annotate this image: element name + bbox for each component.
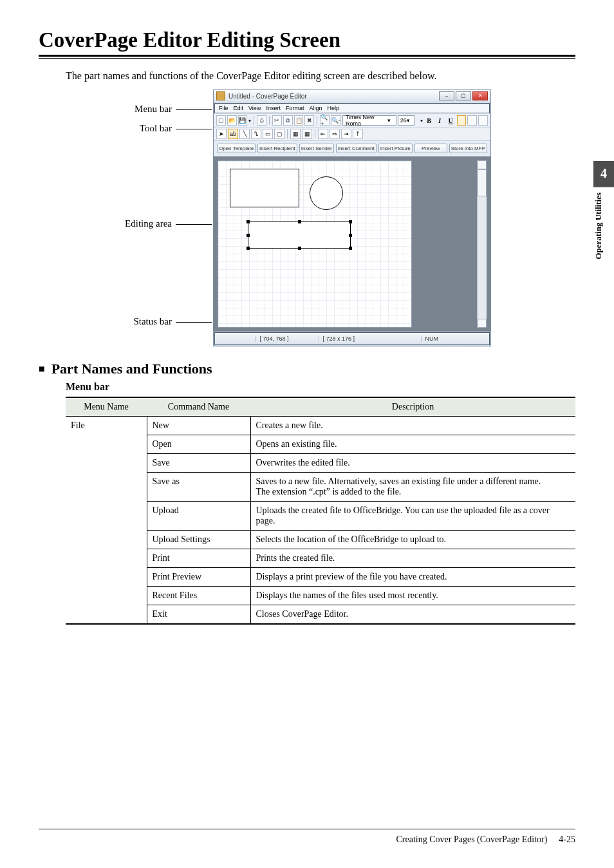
page-footer: Creating Cover Pages (CoverPage Editor) … bbox=[39, 829, 575, 845]
label-menu-bar: Menu bar bbox=[135, 104, 212, 115]
open-template-button[interactable]: Open Template bbox=[217, 144, 256, 153]
align-left-icon[interactable]: ⇤ bbox=[318, 129, 328, 139]
editing-canvas[interactable] bbox=[214, 156, 490, 332]
insert-comment-button[interactable]: Insert Comment bbox=[336, 144, 377, 153]
desc-open: Opens an existing file. bbox=[250, 435, 575, 454]
shape-rect-selected[interactable] bbox=[248, 222, 351, 249]
file-menu-table: Menu Name Command Name Description File … bbox=[66, 397, 575, 625]
open-icon[interactable]: 📂 bbox=[227, 115, 237, 126]
section-heading: ■Part Names and Functions bbox=[39, 361, 575, 377]
shape-circle[interactable] bbox=[310, 176, 343, 210]
zoom-in-icon[interactable]: 🔍+ bbox=[320, 115, 330, 126]
cmd-print-preview: Print Preview bbox=[147, 568, 250, 587]
cmd-open: Open bbox=[147, 435, 250, 454]
align-center-button[interactable] bbox=[467, 115, 477, 126]
italic-button[interactable]: I bbox=[435, 115, 445, 126]
menu-insert[interactable]: Insert bbox=[266, 105, 281, 111]
title-bar: Untitled - CoverPage Editor – ▢ ✕ bbox=[214, 90, 490, 102]
menu-edit[interactable]: Edit bbox=[234, 105, 244, 111]
desc-new: Creates a new file. bbox=[250, 417, 575, 435]
cmd-save-as: Save as bbox=[147, 473, 250, 502]
new-icon[interactable]: ▢ bbox=[216, 115, 226, 126]
label-editing-area: Editing area bbox=[125, 218, 212, 229]
underline-button[interactable]: U bbox=[446, 115, 456, 126]
desc-upload-settings: Selects the location of the OfficeBridge… bbox=[250, 531, 575, 549]
bold-button[interactable]: B bbox=[424, 115, 434, 126]
page-paper[interactable] bbox=[218, 160, 412, 328]
save-icon[interactable]: 💾 bbox=[238, 115, 248, 126]
minimize-button[interactable]: – bbox=[439, 91, 454, 100]
chapter-number: 4 bbox=[593, 161, 614, 187]
cmd-upload: Upload bbox=[147, 502, 250, 531]
menu-bar: File Edit View Insert Format Align Help bbox=[214, 103, 490, 113]
delete-icon[interactable]: ✖ bbox=[304, 115, 314, 126]
chapter-text: Operating Utilities bbox=[593, 187, 614, 265]
print-icon[interactable]: ⎙ bbox=[257, 115, 266, 126]
menu-align[interactable]: Align bbox=[309, 105, 322, 111]
cut-icon[interactable]: ✂ bbox=[272, 115, 282, 126]
window-title: Untitled - CoverPage Editor bbox=[228, 93, 439, 100]
align-right-button[interactable] bbox=[478, 115, 488, 126]
close-button[interactable]: ✕ bbox=[472, 91, 488, 100]
side-tab: 4 Operating Utilities bbox=[593, 161, 614, 290]
pointer-tool[interactable]: ➤ bbox=[216, 129, 227, 139]
rounded-rect-tool[interactable]: ▢ bbox=[274, 129, 284, 139]
insert-recipient-button[interactable]: Insert Recipient bbox=[257, 144, 297, 153]
col-description: Description bbox=[250, 397, 575, 417]
cmd-exit: Exit bbox=[147, 605, 250, 625]
col-command-name: Command Name bbox=[147, 397, 250, 417]
copy-icon[interactable]: ⧉ bbox=[283, 115, 293, 126]
rect-tool[interactable]: ▭ bbox=[263, 129, 273, 139]
page-title: CoverPage Editor Editing Screen bbox=[39, 28, 575, 52]
align-left-button[interactable] bbox=[457, 115, 467, 126]
scroll-down-icon[interactable] bbox=[478, 319, 487, 328]
scroll-up-icon[interactable] bbox=[478, 160, 487, 169]
font-size-dropdown[interactable]: 26 ▾ bbox=[398, 115, 414, 126]
menu-name-file: File bbox=[66, 417, 147, 625]
align-center-icon[interactable]: ⇔ bbox=[330, 129, 340, 139]
format-toolbar: ▢ 📂 💾▾ ⎙ ✂ ⧉ 📋 ✖ 🔍+ 🔍- Times New Roma ▾ … bbox=[214, 114, 490, 127]
desc-exit: Closes CoverPage Editor. bbox=[250, 605, 575, 625]
store-into-mfp-button[interactable]: Store into MFP bbox=[449, 144, 487, 153]
status-coords: [ 704, 768 ] bbox=[255, 335, 292, 342]
insert-picture-button[interactable]: Insert Picture bbox=[378, 144, 413, 153]
menu-format[interactable]: Format bbox=[286, 105, 304, 111]
desc-print: Prints the created file. bbox=[250, 549, 575, 568]
align-right-icon[interactable]: ⇥ bbox=[341, 129, 351, 139]
status-bar: [ 704, 768 ] [ 728 x 176 ] NUM bbox=[214, 332, 490, 345]
menu-help[interactable]: Help bbox=[327, 105, 339, 111]
shape-rect-1[interactable] bbox=[230, 169, 299, 207]
app-icon bbox=[216, 91, 225, 100]
cmd-upload-settings: Upload Settings bbox=[147, 531, 250, 549]
desc-save: Overwrites the edited file. bbox=[250, 454, 575, 473]
label-status-bar: Status bar bbox=[133, 316, 212, 327]
font-dropdown[interactable]: Times New Roma ▾ bbox=[342, 115, 396, 126]
intro-text: The part names and functions of the Cove… bbox=[66, 70, 575, 82]
align-top-icon[interactable]: ⤒ bbox=[353, 129, 363, 139]
scroll-thumb[interactable] bbox=[478, 169, 487, 196]
status-size: [ 728 x 176 ] bbox=[319, 335, 359, 342]
maximize-button[interactable]: ▢ bbox=[456, 91, 471, 100]
text-tool[interactable]: ab bbox=[228, 129, 238, 139]
freeform-tool[interactable]: ᔐ bbox=[251, 129, 261, 139]
desc-recent-files: Displays the names of the files used mos… bbox=[250, 587, 575, 605]
menu-view[interactable]: View bbox=[248, 105, 261, 111]
desc-upload: Uploads the created file to OfficeBridge… bbox=[250, 502, 575, 531]
cmd-recent-files: Recent Files bbox=[147, 587, 250, 605]
bring-front-icon[interactable]: ▦ bbox=[290, 129, 301, 139]
zoom-out-icon[interactable]: 🔍- bbox=[331, 115, 341, 126]
send-back-icon[interactable]: ▦ bbox=[302, 129, 312, 139]
preview-button[interactable]: Preview bbox=[414, 144, 447, 153]
label-tool-bar: Tool bar bbox=[140, 123, 212, 134]
vertical-scrollbar[interactable] bbox=[477, 160, 487, 328]
line-tool[interactable]: ╲ bbox=[239, 129, 250, 139]
desc-print-preview: Displays a print preview of the file you… bbox=[250, 568, 575, 587]
cmd-new: New bbox=[147, 417, 250, 435]
paste-icon[interactable]: 📋 bbox=[294, 115, 304, 126]
coverpage-editor-window: Untitled - CoverPage Editor – ▢ ✕ File E… bbox=[213, 90, 491, 346]
menu-file[interactable]: File bbox=[219, 105, 228, 111]
cmd-print: Print bbox=[147, 549, 250, 568]
col-menu-name: Menu Name bbox=[66, 397, 147, 417]
insert-sender-button[interactable]: Insert Sender bbox=[299, 144, 334, 153]
screenshot-diagram: Menu bar Tool bar Editing area Status ba… bbox=[39, 90, 575, 346]
